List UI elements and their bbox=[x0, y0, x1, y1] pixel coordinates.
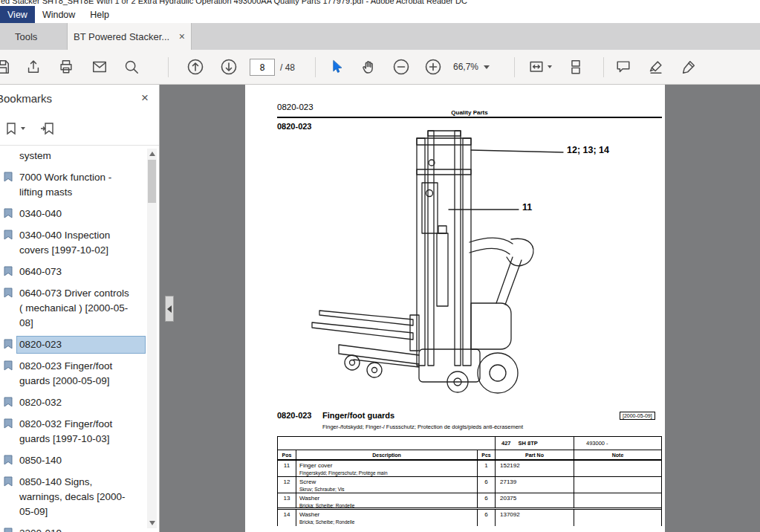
parts-table: 427 SH 8TP 493000 - PosDescriptionPcsPar… bbox=[277, 436, 662, 526]
next-page-button[interactable] bbox=[216, 55, 241, 79]
bookmark-item[interactable]: 0820-023 Finger/foot guards [2000-05-09] bbox=[0, 359, 135, 389]
bookmark-item[interactable]: 0640-073 Driver controls ( mechanical ) … bbox=[0, 286, 135, 331]
bookmark-item[interactable]: system bbox=[0, 149, 135, 163]
bookmark-item[interactable]: 0640-073 bbox=[0, 265, 135, 279]
column-header: Note bbox=[574, 450, 661, 459]
bookmark-options-button[interactable] bbox=[3, 120, 27, 137]
section-title: Finger/foot guards bbox=[322, 411, 394, 420]
bookmark-label: 0340-040 Inspection covers [1997-10-02] bbox=[19, 230, 110, 256]
panel-collapse-handle[interactable] bbox=[165, 296, 174, 322]
share-button[interactable] bbox=[21, 55, 46, 79]
bookmark-label: system bbox=[19, 150, 51, 161]
header-rule bbox=[277, 117, 662, 118]
document-area: 0820-023 Quality Parts 0820-023 bbox=[160, 85, 760, 532]
zoom-in-button[interactable] bbox=[420, 55, 446, 79]
email-button[interactable] bbox=[87, 55, 112, 79]
bookmarks-scrollbar[interactable] bbox=[147, 149, 157, 528]
menu-view[interactable]: View bbox=[0, 6, 35, 23]
bookmark-icon bbox=[4, 172, 13, 186]
page-number-input[interactable] bbox=[250, 59, 275, 76]
fill-sign-button[interactable] bbox=[676, 55, 701, 79]
toolbar-divider bbox=[603, 57, 604, 77]
bookmark-icon bbox=[4, 339, 13, 354]
bookmarks-panel-toolbar bbox=[0, 111, 159, 146]
highlight-button[interactable] bbox=[643, 55, 669, 79]
cell-part-no: 137092 bbox=[495, 510, 574, 526]
bookmark-label: 0340-040 bbox=[19, 208, 62, 219]
cell-note bbox=[574, 477, 661, 493]
bookmark-item[interactable]: 7000 Work function - lifting masts bbox=[0, 170, 135, 200]
select-tool-button[interactable] bbox=[324, 55, 349, 79]
toolbar-divider bbox=[315, 57, 316, 77]
expand-current-bookmark-button[interactable] bbox=[39, 120, 56, 137]
zoom-out-button[interactable] bbox=[389, 55, 414, 79]
parts-table-body: 11Finger coverFingerskydd; Fingerschutz;… bbox=[278, 461, 661, 526]
bookmark-label: 0820-023 bbox=[19, 339, 62, 350]
bookmark-list: system7000 Work function - lifting masts… bbox=[0, 146, 159, 532]
column-header: Description bbox=[296, 450, 477, 459]
bookmark-icon bbox=[4, 288, 13, 302]
cell-part-no: 152192 bbox=[495, 461, 574, 476]
scroll-down-icon[interactable] bbox=[149, 521, 155, 525]
cell-part-no: 27139 bbox=[495, 477, 574, 493]
scroll-up-icon[interactable] bbox=[149, 152, 155, 156]
bookmark-item[interactable]: 0820-023 bbox=[0, 337, 135, 352]
bookmark-item[interactable]: 0340-040 bbox=[0, 207, 135, 221]
bookmark-label: 0820-032 bbox=[19, 397, 62, 408]
bookmark-item[interactable]: 0850-140 Signs, warnings, decals [2000-0… bbox=[0, 475, 135, 519]
previous-page-icon bbox=[186, 58, 204, 76]
bookmark-icon bbox=[4, 528, 13, 532]
tab-close-icon[interactable]: × bbox=[179, 30, 185, 42]
fill-sign-icon bbox=[681, 59, 697, 75]
tab-document-label: BT Powered Stacker... bbox=[74, 31, 175, 42]
hand-tool-button[interactable] bbox=[356, 55, 381, 79]
bookmark-item[interactable]: 0820-032 bbox=[0, 395, 135, 410]
bookmark-options-icon bbox=[4, 122, 18, 135]
chevron-left-icon bbox=[167, 305, 172, 313]
bookmark-icon bbox=[4, 230, 13, 244]
print-icon bbox=[58, 59, 74, 75]
bookmark-item[interactable]: 0820-032 Finger/foot guards [1997-10-03] bbox=[0, 417, 135, 447]
tab-document[interactable]: BT Powered Stacker... × bbox=[67, 23, 192, 50]
bookmarks-panel: Bookmarks × system7000 Work function - l… bbox=[0, 85, 160, 532]
print-button[interactable] bbox=[53, 55, 79, 79]
page-fit-dropdown[interactable] bbox=[523, 55, 557, 79]
scroll-mode-button[interactable] bbox=[563, 55, 588, 79]
bookmark-item[interactable]: 0850-140 bbox=[0, 453, 135, 468]
menu-help[interactable]: Help bbox=[82, 6, 117, 23]
bookmarks-panel-title: Bookmarks bbox=[0, 92, 141, 105]
zoom-level-dropdown[interactable]: 66,7% bbox=[453, 55, 490, 79]
column-header: Pos bbox=[278, 450, 296, 459]
toolbar-divider bbox=[168, 57, 169, 77]
bookmark-icon bbox=[4, 455, 13, 470]
search-button[interactable] bbox=[119, 55, 144, 79]
cell-note bbox=[574, 461, 661, 476]
panel-close-icon[interactable]: × bbox=[141, 91, 149, 106]
chevron-down-icon bbox=[548, 65, 552, 68]
chevron-down-icon bbox=[21, 127, 25, 130]
bookmark-label: 7000 Work function - lifting masts bbox=[19, 172, 111, 198]
previous-page-button[interactable] bbox=[183, 55, 208, 79]
bookmark-item[interactable]: 3300-019 bbox=[0, 526, 135, 532]
next-page-icon bbox=[220, 58, 238, 76]
tab-tools[interactable]: Tools bbox=[0, 23, 52, 50]
save-button[interactable] bbox=[0, 55, 15, 79]
menu-window[interactable]: Window bbox=[35, 6, 82, 23]
column-header: Part No bbox=[495, 450, 574, 459]
page-count-label: / 48 bbox=[280, 62, 295, 73]
chevron-down-icon bbox=[484, 65, 490, 69]
bookmark-label: 0640-073 Driver controls ( mechanical ) … bbox=[19, 288, 129, 328]
model-cell: 427 SH 8TP bbox=[495, 437, 574, 450]
cell-pcs: 6 bbox=[477, 493, 495, 507]
section-subtitle: Finger-/fotskydd; Finger-/ Fussschutz; P… bbox=[322, 424, 523, 430]
toolbar: / 48 66,7% bbox=[0, 50, 760, 85]
comment-button[interactable] bbox=[611, 55, 636, 79]
bookmark-item[interactable]: 0340-040 Inspection covers [1997-10-02] bbox=[0, 228, 135, 258]
parts-table-row: 13WasherBricka; Scheibe; Rondelle620375 bbox=[278, 493, 661, 510]
cell-pcs: 1 bbox=[477, 461, 495, 476]
section-code: 0820-023 bbox=[277, 411, 312, 420]
scroll-mode-icon bbox=[568, 59, 584, 75]
cell-description: Finger coverFingerskydd; Fingerschutz; P… bbox=[296, 461, 477, 476]
model-code: 427 bbox=[501, 440, 511, 447]
scrollbar-thumb[interactable] bbox=[148, 160, 156, 203]
